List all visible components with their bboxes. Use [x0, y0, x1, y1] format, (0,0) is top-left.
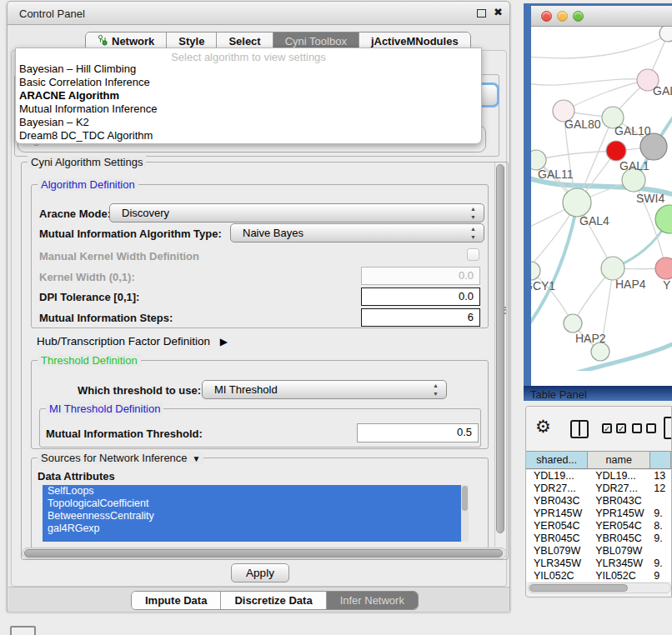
mi-algorithm-type-label: Mutual Information Algorithm Type:	[39, 228, 222, 240]
network-node-label: HAP2	[575, 332, 606, 345]
network-node[interactable]	[606, 141, 626, 161]
mac-zoom-icon[interactable]	[573, 11, 584, 22]
network-node[interactable]	[564, 314, 582, 332]
algorithm-option[interactable]: Dream8 DC_TDC Algorithm	[18, 129, 480, 142]
cyni-algorithm-settings-title: Cyni Algorithm Settings	[28, 156, 146, 168]
gear-icon[interactable]: ⚙	[535, 418, 551, 435]
data-attributes-list[interactable]: SelfLoopsTopologicalCoefficientBetweenne…	[43, 485, 469, 542]
stepper-arrows-icon: ▲▼	[470, 205, 476, 222]
network-node[interactable]	[655, 205, 672, 233]
table-row[interactable]: YDL19... YDL19... 13	[526, 470, 671, 482]
list-item-partial[interactable]	[43, 535, 469, 542]
table-panel: ⚙ ✓ ✓ shared... name YDL19... YDL19... 1…	[525, 406, 672, 598]
mi-threshold-field[interactable]: 0.5	[357, 423, 479, 442]
aracne-mode-select[interactable]: Discovery ▲▼	[109, 203, 484, 222]
network-node-label: GAL11	[538, 168, 574, 181]
network-node-labels: GALGAL80GAL10GAL1GAL11SWI4GAL4GCY1HAP4YH…	[531, 84, 672, 345]
which-threshold-label: Which threshold to use:	[78, 384, 201, 397]
mi-steps-field[interactable]: 6	[361, 308, 480, 327]
threshold-definition-title: Threshold Definition	[38, 354, 141, 367]
algorithm-items: Bayesian – Hill ClimbingBasic Correlatio…	[18, 62, 480, 142]
data-attributes-label: Data Attributes	[38, 470, 115, 482]
float-window-icon[interactable]	[477, 9, 486, 18]
settings-vertical-scroll-thumb[interactable]	[496, 164, 504, 533]
tab-impute-data[interactable]: Impute Data	[132, 592, 220, 609]
checked-box-icon[interactable]: ✓	[602, 423, 612, 433]
table-row[interactable]: YIL052C YIL052C 9	[526, 570, 671, 582]
aracne-mode-label: Aracne Mode:	[39, 208, 111, 220]
network-node[interactable]	[531, 262, 540, 280]
table-row[interactable]: YDR27... YDR27... 12	[526, 482, 671, 495]
column-header-shared-name[interactable]: shared...	[526, 452, 588, 468]
network-node[interactable]	[655, 258, 672, 279]
algorithm-definition-title: Algorithm Definition	[38, 178, 138, 191]
network-node[interactable]	[563, 188, 591, 217]
list-item[interactable]: TopologicalCoefficient	[43, 498, 469, 510]
network-node-label: GCY1	[531, 279, 555, 292]
table-row[interactable]: YLR345W YLR345W 9.	[526, 558, 671, 570]
split-pane-handle[interactable]	[504, 307, 508, 314]
algorithm-option[interactable]: Bayesian – K2	[18, 116, 480, 129]
settings-horizontal-scrollbar[interactable]	[22, 548, 507, 559]
document-icon[interactable]	[664, 417, 672, 439]
split-columns-icon[interactable]	[570, 420, 589, 438]
network-node-label: GAL	[653, 84, 672, 98]
attr-items: SelfLoopsTopologicalCoefficientBetweenne…	[43, 485, 469, 535]
network-canvas[interactable]: GALGAL80GAL10GAL1GAL11SWI4GAL4GCY1HAP4YH…	[531, 27, 672, 371]
mac-minimize-icon[interactable]	[557, 11, 568, 22]
network-window-titlebar[interactable]	[531, 6, 672, 27]
tab-discretize-data[interactable]: Discretize Data	[220, 592, 325, 609]
attributes-scroll-thumb[interactable]	[462, 486, 468, 511]
table-row[interactable]: YPR145W YPR145W 9.	[526, 508, 671, 520]
algorithm-placeholder: Select algorithm to view settings	[16, 51, 481, 63]
which-threshold-value: MI Threshold	[214, 383, 278, 396]
mac-close-icon[interactable]	[541, 11, 552, 22]
checked-box-icon[interactable]: ✓	[616, 423, 626, 433]
table-row[interactable]: YBL079W YBL079W	[526, 545, 671, 558]
algorithm-option[interactable]: ARACNE Algorithm	[18, 89, 480, 102]
algorithm-option[interactable]: Mutual Information Inference	[18, 102, 480, 116]
mi-threshold-label: Mutual Information Threshold:	[46, 428, 203, 440]
column-header-partial[interactable]	[650, 452, 671, 468]
list-item[interactable]: BetweennessCentrality	[43, 510, 469, 522]
network-node-label: GAL80	[564, 118, 601, 131]
table-row[interactable]: YER054C YER054C 8.	[526, 520, 671, 532]
mi-steps-label: Mutual Information Steps:	[39, 312, 173, 324]
algorithm-option[interactable]: Basic Correlation Inference	[18, 76, 480, 89]
apply-button[interactable]: Apply	[231, 563, 289, 582]
settings-vertical-scrollbar[interactable]	[494, 162, 506, 547]
mi-threshold-group-title: MI Threshold Definition	[46, 402, 163, 415]
which-threshold-select[interactable]: MI Threshold ▲▼	[202, 380, 447, 399]
mi-algorithm-type-value: Naive Bayes	[243, 227, 303, 239]
network-node[interactable]	[591, 342, 609, 361]
unchecked-box-icon[interactable]	[632, 423, 642, 433]
attributes-scrollbar[interactable]	[461, 485, 469, 542]
sources-group-title[interactable]: Sources for Network Inference▼	[38, 452, 203, 464]
dpi-tolerance-field[interactable]: 0.0	[361, 288, 480, 306]
table-horizontal-scrollbar[interactable]	[528, 582, 671, 593]
hub-definition-label: Hub/Transcription Factor Definition	[37, 335, 210, 348]
hub-definition-expander[interactable]: Hub/Transcription Factor Definition ▶	[37, 335, 228, 348]
tab-infer-network[interactable]: Infer Network	[326, 592, 418, 609]
network-node[interactable]	[659, 27, 672, 42]
column-header-name[interactable]: name	[588, 452, 650, 468]
settings-horizontal-scroll-thumb[interactable]	[24, 549, 503, 558]
list-item[interactable]: gal4RGexp	[43, 522, 469, 535]
close-icon[interactable]: ✖	[494, 6, 503, 18]
network-node-label: HAP4	[615, 278, 646, 291]
table-horizontal-scroll-thumb[interactable]	[529, 584, 628, 592]
unchecked-box-icon[interactable]	[646, 423, 656, 433]
stepper-arrows-icon: ▲▼	[433, 382, 439, 398]
mi-algorithm-type-select[interactable]: Naive Bayes ▲▼	[230, 223, 484, 242]
table-row[interactable]: YBR045C YBR045C 9.	[526, 532, 671, 545]
network-node-label: Y	[663, 278, 671, 292]
table-row[interactable]: YBR043C YBR043C	[526, 495, 671, 508]
table-toolbar: ⚙ ✓ ✓	[526, 407, 671, 451]
kernel-width-field[interactable]: 0.0	[361, 267, 480, 285]
aracne-mode-value: Discovery	[122, 207, 169, 219]
network-node[interactable]	[601, 257, 624, 280]
dock-panel-icon[interactable]	[10, 626, 36, 635]
manual-kernel-width-checkbox[interactable]	[467, 248, 479, 261]
algorithm-option[interactable]: Bayesian – Hill Climbing	[18, 62, 480, 76]
list-item[interactable]: SelfLoops	[43, 485, 469, 498]
